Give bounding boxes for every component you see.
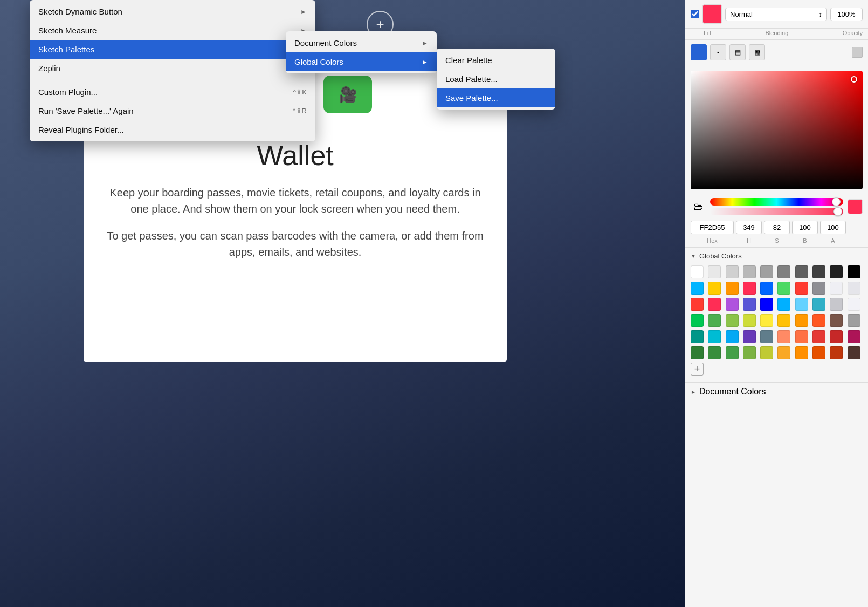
color-swatch-blue-gray[interactable] [760, 330, 773, 343]
submenu-item-document-colors[interactable]: Document Colors ► [286, 33, 437, 52]
color-swatch-pink-dark[interactable] [848, 330, 860, 343]
color-swatch-medium-gray-2[interactable] [760, 265, 773, 278]
menu-item-zeplin[interactable]: Zeplin ► [30, 59, 315, 78]
global-colors-grid-row1 [691, 265, 863, 278]
color-swatch-pink[interactable] [743, 282, 756, 295]
plus-icon: + [694, 364, 700, 375]
color-swatch-yellow[interactable] [708, 282, 721, 295]
fill-color-swatch[interactable] [702, 4, 722, 24]
color-swatch-off-white-2[interactable] [848, 282, 860, 295]
color-swatch-light-green[interactable] [726, 314, 739, 327]
color-swatch-sky-blue[interactable] [795, 298, 808, 311]
color-swatch-silver[interactable] [830, 298, 843, 311]
add-color-button[interactable]: + [691, 363, 704, 376]
color-swatch-medium-gray-1[interactable] [743, 265, 756, 278]
color-swatch-light-gray-2[interactable] [726, 265, 739, 278]
color-swatch-teal[interactable] [812, 298, 825, 311]
color-swatch-green-2[interactable] [708, 346, 721, 359]
color-swatch-amber[interactable] [777, 314, 790, 327]
pattern-fill-icon[interactable]: ▤ [729, 44, 746, 60]
color-swatch-orange[interactable] [726, 282, 739, 295]
color-swatch-light-gray-1[interactable] [708, 265, 721, 278]
color-swatch-lime[interactable] [743, 314, 756, 327]
color-swatch-white[interactable] [691, 265, 704, 278]
color-swatch-material-orange[interactable] [795, 314, 808, 327]
color-swatch-brown[interactable] [830, 314, 843, 327]
current-color-swatch[interactable] [848, 199, 863, 214]
color-swatch-light-green-2[interactable] [743, 346, 756, 359]
panel-labels-row: Fill Blending Opacity [685, 29, 868, 40]
color-swatch-off-white-3[interactable] [848, 298, 860, 311]
color-swatch-indigo[interactable] [743, 298, 756, 311]
b-input[interactable] [792, 221, 818, 234]
document-colors-header[interactable]: ► Document Colors [691, 387, 863, 397]
color-swatch-deep-orange-2[interactable] [795, 330, 808, 343]
submenu-item-global-colors[interactable]: Global Colors ► [286, 52, 437, 71]
menu-item-custom-plugin[interactable]: Custom Plugin... ^⇧K [30, 83, 315, 101]
hex-input[interactable] [691, 221, 734, 234]
submenu-item-save-palette[interactable]: Save Palette... [437, 88, 555, 107]
color-picker-gradient[interactable] [691, 71, 863, 189]
color-swatch-material-yellow[interactable] [760, 314, 773, 327]
blending-mode-dropdown[interactable]: Normal ↕ [725, 8, 827, 21]
color-swatch-cyan[interactable] [691, 282, 704, 295]
color-swatch-light-blue-2[interactable] [726, 330, 739, 343]
color-swatch-material-red[interactable] [812, 330, 825, 343]
color-swatch-gray[interactable] [777, 265, 790, 278]
color-swatch-blue[interactable] [760, 282, 773, 295]
s-input[interactable] [764, 221, 790, 234]
color-swatch-pink-2[interactable] [708, 298, 721, 311]
color-swatch-teal-2[interactable] [691, 330, 704, 343]
menu-item-sketch-measure[interactable]: Sketch Measure ► [30, 21, 315, 40]
menu-item-sketch-palettes[interactable]: Sketch Palettes ► [30, 40, 315, 59]
color-swatch-deep-orange-light[interactable] [777, 330, 790, 343]
sliders-container [710, 198, 843, 215]
color-swatch-black[interactable] [848, 265, 860, 278]
menu-item-run-again[interactable]: Run 'Save Palette...' Again ^⇧R [30, 101, 315, 120]
color-swatch-material-gray[interactable] [848, 314, 860, 327]
eyedropper-button[interactable]: 🗁 [691, 199, 706, 214]
color-swatch-bright-green[interactable] [691, 314, 704, 327]
hue-slider[interactable] [710, 198, 843, 206]
noise-fill-icon[interactable]: ▩ [749, 44, 765, 60]
color-swatch-steel[interactable] [812, 282, 825, 295]
color-swatch-dark-red[interactable] [830, 330, 843, 343]
color-swatch-amber-2[interactable] [777, 346, 790, 359]
global-colors-header[interactable]: ▼ Global Colors [691, 252, 863, 260]
color-swatch-dark-gray-2[interactable] [812, 265, 825, 278]
color-swatch-very-dark[interactable] [830, 265, 843, 278]
color-swatch-orange-2[interactable] [795, 346, 808, 359]
color-swatch-dark-gray-1[interactable] [795, 265, 808, 278]
color-swatch-red[interactable] [795, 282, 808, 295]
color-swatch-brown-dark[interactable] [848, 346, 860, 359]
color-swatch-off-white-1[interactable] [830, 282, 843, 295]
fill-checkbox[interactable] [691, 10, 699, 18]
color-swatch-dark-green[interactable] [691, 346, 704, 359]
menu-item-reveal-plugins[interactable]: Reveal Plugins Folder... [30, 120, 315, 139]
color-swatch-purple[interactable] [726, 298, 739, 311]
submenu-item-clear-palette[interactable]: Clear Palette [437, 51, 555, 70]
color-swatch-light-blue[interactable] [777, 298, 790, 311]
document-colors-section: ► Document Colors [685, 382, 868, 401]
color-swatch-deep-purple[interactable] [743, 330, 756, 343]
color-swatch-material-green[interactable] [708, 314, 721, 327]
color-swatch-deep-orange-dark[interactable] [830, 346, 843, 359]
color-swatch-deep-orange[interactable] [812, 314, 825, 327]
color-swatch-cyan-2[interactable] [708, 330, 721, 343]
green-action-button[interactable]: 🎥 [323, 76, 372, 113]
extra-style-icon[interactable] [852, 47, 863, 58]
color-swatch-red-2[interactable] [691, 298, 704, 311]
menu-item-sketch-dynamic-button[interactable]: Sketch Dynamic Button ► [30, 2, 315, 21]
color-swatch-deep-orange-3[interactable] [812, 346, 825, 359]
opacity-field[interactable]: 100% [830, 8, 863, 21]
solid-fill-icon[interactable] [691, 44, 707, 60]
opacity-slider[interactable] [710, 208, 843, 215]
color-swatch-green[interactable] [777, 282, 790, 295]
a-input[interactable] [820, 221, 846, 234]
color-swatch-blue-2[interactable] [760, 298, 773, 311]
color-swatch-green-3[interactable] [726, 346, 739, 359]
submenu-item-load-palette[interactable]: Load Palette... [437, 70, 555, 88]
color-swatch-lime-2[interactable] [760, 346, 773, 359]
h-input[interactable] [736, 221, 762, 234]
gradient-fill-icon[interactable]: ▪ [710, 44, 726, 60]
